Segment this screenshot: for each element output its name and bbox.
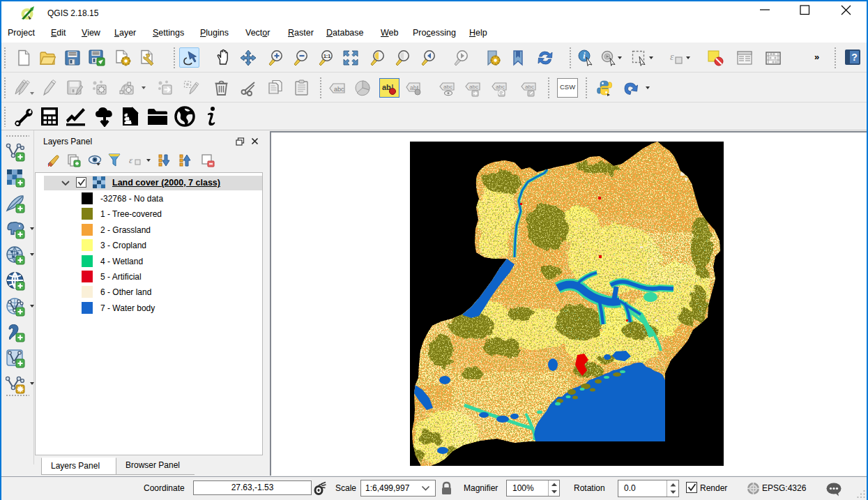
svg-text:abc: abc <box>334 86 344 93</box>
svg-text:?: ? <box>851 52 858 63</box>
svg-text:ε: ε <box>129 155 133 165</box>
svg-text:1:1: 1:1 <box>323 54 330 59</box>
svg-text:ε: ε <box>670 52 674 62</box>
svg-text:abc: abc <box>496 84 505 90</box>
svg-text:abc: abc <box>525 84 534 90</box>
svg-text:abc: abc <box>469 84 478 90</box>
svg-text:abc: abc <box>443 84 452 90</box>
